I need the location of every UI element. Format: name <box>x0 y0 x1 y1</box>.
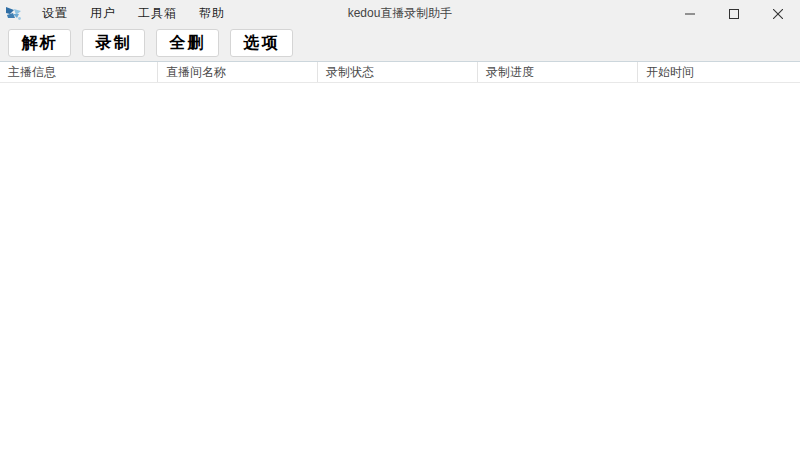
record-button[interactable]: 录制 <box>82 29 145 57</box>
close-icon <box>773 9 783 19</box>
column-header-streamer-info[interactable]: 主播信息 <box>0 62 157 82</box>
column-header-record-status[interactable]: 录制状态 <box>317 62 477 82</box>
options-button[interactable]: 选项 <box>230 29 293 57</box>
table-body-empty <box>0 83 800 469</box>
menu-help[interactable]: 帮助 <box>188 0 236 27</box>
minimize-icon <box>685 9 695 19</box>
menu-toolbox[interactable]: 工具箱 <box>127 0 188 27</box>
menu-user[interactable]: 用户 <box>79 0 127 27</box>
column-header-record-progress[interactable]: 录制进度 <box>477 62 637 82</box>
toolbar: 解析 录制 全删 选项 <box>0 27 800 62</box>
menubar: 设置 用户 工具箱 帮助 <box>31 0 236 27</box>
titlebar: 设置 用户 工具箱 帮助 kedou直播录制助手 <box>0 0 800 27</box>
close-button[interactable] <box>756 0 800 27</box>
app-window: 设置 用户 工具箱 帮助 kedou直播录制助手 解析 录制 全删 选项 主播信… <box>0 0 800 469</box>
parse-button[interactable]: 解析 <box>8 29 71 57</box>
column-header-room-name[interactable]: 直播间名称 <box>157 62 317 82</box>
minimize-button[interactable] <box>668 0 712 27</box>
table-header-row: 主播信息 直播间名称 录制状态 录制进度 开始时间 <box>0 62 800 83</box>
maximize-button[interactable] <box>712 0 756 27</box>
menu-settings[interactable]: 设置 <box>31 0 79 27</box>
app-logo-icon <box>5 5 23 23</box>
stream-table: 主播信息 直播间名称 录制状态 录制进度 开始时间 <box>0 62 800 469</box>
maximize-icon <box>729 9 739 19</box>
caption-buttons <box>668 0 800 27</box>
column-header-start-time[interactable]: 开始时间 <box>637 62 800 82</box>
delete-all-button[interactable]: 全删 <box>156 29 219 57</box>
